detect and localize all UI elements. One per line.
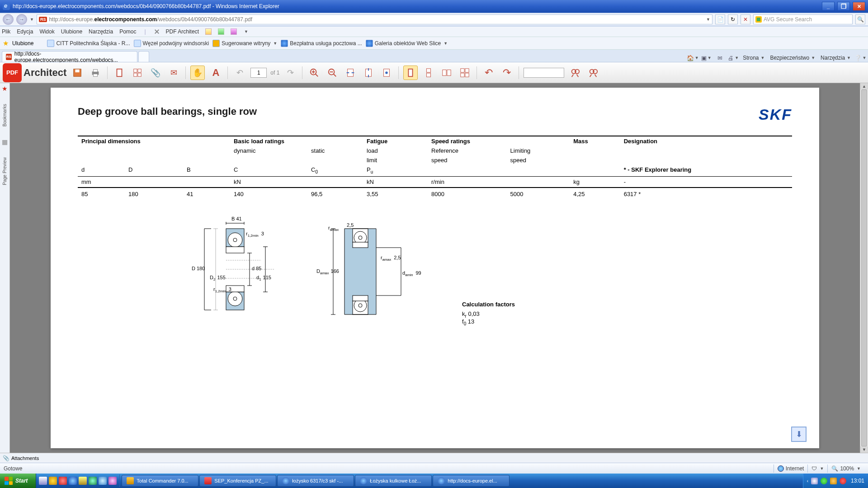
address-dropdown[interactable]: ▼ xyxy=(706,17,710,22)
view-mode-4-button[interactable] xyxy=(458,66,472,80)
save-button[interactable] xyxy=(70,66,85,80)
fav-item-galeria[interactable]: Galeria obiektów Web Slice▼ xyxy=(366,40,448,47)
ie-icon xyxy=(282,477,289,484)
pdf-opt-2-icon[interactable] xyxy=(218,28,224,35)
task-docs-europe[interactable]: http://docs-europe.el... xyxy=(433,475,509,487)
ql-icon-2[interactable] xyxy=(49,477,57,485)
favorites-star-icon[interactable]: ★ xyxy=(3,39,9,47)
tab-active[interactable]: RS http://docs-europe.electrocomponents.… xyxy=(2,51,137,62)
task-lozysko-search[interactable]: łożysko 6317/c3 skf -... xyxy=(277,475,354,487)
page-viewport[interactable]: SKF Deep groove ball bearings, single ro… xyxy=(10,83,860,453)
hand-tool-button[interactable]: ✋ xyxy=(190,66,205,80)
pdf-search-input[interactable] xyxy=(524,68,564,78)
help-button[interactable]: ❔▼ xyxy=(856,54,864,62)
ql-icon-7[interactable] xyxy=(99,477,107,485)
maximize-button[interactable]: ❐ xyxy=(837,2,850,11)
task-lozyska-kulkowe[interactable]: Łożyska kulkowe Łoż... xyxy=(355,475,432,487)
compat-button[interactable]: 📄 xyxy=(715,14,725,24)
tray-icon-3[interactable] xyxy=(830,478,837,484)
menu-widok[interactable]: Widok xyxy=(39,28,54,35)
page-menu[interactable]: Strona▼ xyxy=(743,55,764,61)
ql-icon-5[interactable] xyxy=(79,477,87,485)
tools-menu[interactable]: Narzędzia▼ xyxy=(821,55,851,61)
forward-button[interactable]: → xyxy=(16,14,27,25)
tray-expand[interactable]: ‹ xyxy=(807,479,808,483)
task-sep-konferencja[interactable]: SEP_Konferencja PZ_... xyxy=(199,475,276,487)
zoom-in-button[interactable] xyxy=(307,66,321,80)
tray-icon-2[interactable] xyxy=(821,478,827,484)
fav-item-citt[interactable]: CITT Politechnika Śląska - R... xyxy=(47,40,130,47)
minimize-button[interactable]: _ xyxy=(822,2,835,11)
zoom-out-button[interactable] xyxy=(325,66,340,80)
attach-button[interactable]: 📎 xyxy=(148,66,163,80)
prev-page-button[interactable]: ↶ xyxy=(232,66,247,80)
pdf-opt-1-icon[interactable] xyxy=(205,28,212,35)
pdf-opt-3-icon[interactable] xyxy=(231,28,237,35)
view-mode-1-button[interactable] xyxy=(403,66,418,80)
svg-point-32 xyxy=(228,233,242,247)
fav-item-sugerowane[interactable]: Sugerowane witryny▼ xyxy=(212,40,277,47)
menu-edycja[interactable]: Edycja xyxy=(17,28,33,35)
fit-width-button[interactable] xyxy=(343,66,358,80)
safety-menu[interactable]: Bezpieczeństwo▼ xyxy=(770,55,815,61)
feeds-button[interactable]: ▣▼ xyxy=(702,54,710,62)
view-mode-2-button[interactable] xyxy=(421,66,436,80)
scroll-down-arrow[interactable]: ▼ xyxy=(860,446,868,453)
print-button[interactable]: 🖨▼ xyxy=(729,54,737,62)
scroll-up-arrow[interactable]: ▲ xyxy=(860,83,868,89)
mail-button[interactable]: ✉ xyxy=(716,54,724,62)
find-prev-button[interactable] xyxy=(568,66,582,80)
calc-factors-title: Calculation factors xyxy=(462,301,515,308)
email-button[interactable]: ✉ xyxy=(166,66,181,80)
stop-button[interactable]: ✕ xyxy=(741,14,750,24)
menu-ulubione[interactable]: Ulubione xyxy=(61,28,82,35)
scroll-down-button[interactable]: ⬇ xyxy=(791,427,807,442)
status-protect-mode[interactable]: 🛡▼ xyxy=(807,465,827,473)
menu-plik[interactable]: Plik xyxy=(2,28,10,35)
search-go-button[interactable]: 🔍 xyxy=(855,14,865,24)
ql-icon-3[interactable] xyxy=(59,477,67,485)
ql-icon-4[interactable] xyxy=(69,477,77,485)
menu-narzedzia[interactable]: Narzędzia xyxy=(89,28,113,35)
search-input[interactable]: AVG Secure Search xyxy=(753,14,853,24)
back-button[interactable]: ← xyxy=(3,14,14,25)
vertical-scrollbar[interactable]: ▲ ▼ xyxy=(860,83,868,453)
ql-icon-1[interactable] xyxy=(39,477,47,485)
next-page-button[interactable]: ↷ xyxy=(283,66,297,80)
tray-icon-4[interactable] xyxy=(840,478,846,484)
address-input[interactable]: RS http://docs-europe.electrocomponents.… xyxy=(37,14,712,24)
page-preview-tab[interactable]: Page Preview xyxy=(1,155,8,188)
view-mode-3-button[interactable] xyxy=(439,66,454,80)
ql-icon-8[interactable] xyxy=(108,477,117,485)
menu-pdf-architect[interactable]: PDF Architect xyxy=(166,28,199,35)
status-zoom[interactable]: 🔍100%▼ xyxy=(827,465,864,473)
fit-height-button[interactable] xyxy=(361,66,376,80)
fav-item-bezplatna[interactable]: Bezpłatna usługa pocztowa ... xyxy=(281,40,362,47)
favorites-label[interactable]: Ulubione xyxy=(12,40,33,47)
print-button[interactable] xyxy=(88,66,103,80)
page-number-input[interactable] xyxy=(250,68,267,78)
multi-page-button[interactable] xyxy=(130,66,145,80)
bookmarks-tab[interactable]: Bookmarks xyxy=(1,101,8,129)
tab-new[interactable] xyxy=(138,51,149,62)
clock[interactable]: 13:01 xyxy=(849,478,864,484)
home-button[interactable]: 🏠▼ xyxy=(689,54,697,62)
tray-icon-1[interactable] xyxy=(811,478,818,484)
refresh-button[interactable]: ↻ xyxy=(728,14,738,24)
pdf-opt-dropdown[interactable]: ▼ xyxy=(244,29,248,34)
attachments-bar[interactable]: 📎 Attachments xyxy=(0,453,868,463)
nav-history-dropdown[interactable]: ▼ xyxy=(30,17,34,22)
undo-button[interactable]: ↶ xyxy=(481,66,496,80)
ql-icon-6[interactable] xyxy=(89,477,97,485)
text-select-button[interactable]: A xyxy=(208,66,223,80)
task-total-commander[interactable]: Total Commander 7.0... xyxy=(122,475,198,487)
single-page-button[interactable] xyxy=(112,66,127,80)
scrollbar-thumb[interactable] xyxy=(861,89,867,446)
fit-page-button[interactable] xyxy=(379,66,394,80)
menu-pomoc[interactable]: Pomoc xyxy=(119,28,136,35)
close-button[interactable]: ✕ xyxy=(853,2,865,11)
find-next-button[interactable] xyxy=(586,66,600,80)
fav-item-wezel[interactable]: Węzeł podwójny windsorski xyxy=(134,40,209,47)
start-button[interactable]: Start xyxy=(0,474,36,488)
redo-button[interactable]: ↷ xyxy=(500,66,514,80)
